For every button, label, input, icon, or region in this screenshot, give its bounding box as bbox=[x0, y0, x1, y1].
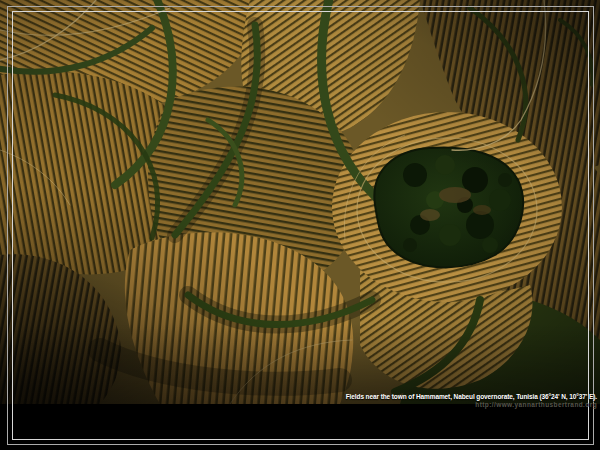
wallpaper-canvas: Fields near the town of Hammamet, Nabeul… bbox=[0, 0, 600, 450]
caption-location-text: Fields near the town of Hammamet, Nabeul… bbox=[37, 393, 597, 400]
aerial-photo-tunisia-fields bbox=[0, 0, 600, 404]
caption-credit-url: http://www.yannarthusbertrand.org bbox=[37, 401, 597, 408]
aerial-photo-illustration bbox=[0, 0, 600, 404]
photo-caption: Fields near the town of Hammamet, Nabeul… bbox=[37, 393, 597, 409]
